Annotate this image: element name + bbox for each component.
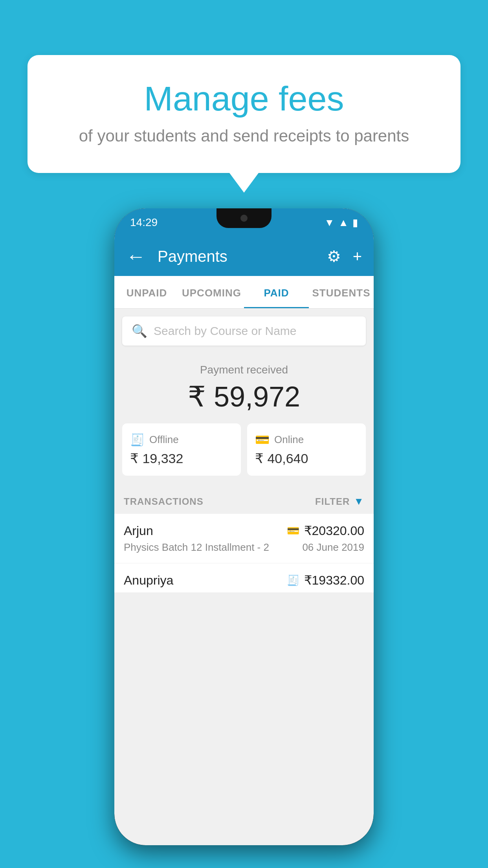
- transaction-amount-wrap-2: 🧾 ₹19332.00: [287, 573, 364, 588]
- tab-unpaid[interactable]: UNPAID: [114, 276, 179, 308]
- transaction-top-1: Arjun 💳 ₹20320.00: [124, 523, 364, 538]
- transaction-amount-2: ₹19332.00: [304, 573, 364, 588]
- manage-fees-subtitle: of your students and send receipts to pa…: [47, 127, 441, 145]
- add-button[interactable]: +: [353, 248, 362, 265]
- notch: [216, 208, 272, 228]
- offline-icon: 🧾: [130, 433, 145, 447]
- offline-payment-icon-2: 🧾: [287, 574, 299, 587]
- transactions-header: TRANSACTIONS FILTER ▼: [114, 486, 374, 514]
- offline-label: Offline: [149, 434, 179, 446]
- transactions-label: TRANSACTIONS: [124, 496, 204, 507]
- status-time: 14:29: [130, 216, 158, 229]
- offline-amount: ₹ 19,332: [130, 451, 233, 466]
- transaction-bottom-1: Physics Batch 12 Installment - 2 06 June…: [124, 541, 364, 554]
- transaction-row: Arjun 💳 ₹20320.00 Physics Batch 12 Insta…: [114, 514, 374, 563]
- tabs: UNPAID UPCOMING PAID STUDENTS: [114, 276, 374, 309]
- search-bar[interactable]: 🔍 Search by Course or Name: [122, 316, 366, 346]
- transaction-amount-wrap-1: 💳 ₹20320.00: [287, 523, 364, 538]
- phone-screen: 14:29 ▼ ▲ ▮ ← Payments ⚙ + UNPAID UPCOMI…: [114, 208, 374, 845]
- search-icon: 🔍: [132, 324, 147, 338]
- signal-icon: ▲: [338, 217, 349, 229]
- online-label: Online: [274, 434, 304, 446]
- online-amount: ₹ 40,640: [255, 451, 358, 466]
- transaction-amount-1: ₹20320.00: [304, 523, 364, 538]
- wifi-icon: ▼: [325, 217, 335, 229]
- filter-icon: ▼: [354, 495, 364, 508]
- speech-bubble: Manage fees of your students and send re…: [28, 55, 460, 173]
- transaction-name-1: Arjun: [124, 524, 153, 538]
- filter-button[interactable]: FILTER ▼: [315, 495, 364, 508]
- status-icons: ▼ ▲ ▮: [325, 217, 358, 229]
- filter-label: FILTER: [315, 496, 350, 507]
- battery-icon: ▮: [352, 217, 358, 229]
- payment-cards: 🧾 Offline ₹ 19,332 💳 Online ₹ 40,640: [122, 423, 366, 476]
- offline-card-header: 🧾 Offline: [130, 433, 233, 447]
- transaction-desc-1: Physics Batch 12 Installment - 2: [124, 541, 269, 554]
- online-icon: 💳: [255, 433, 270, 447]
- transaction-row-partial: Anupriya 🧾 ₹19332.00: [114, 563, 374, 592]
- transaction-name-2: Anupriya: [124, 573, 173, 588]
- status-bar: 14:29 ▼ ▲ ▮: [114, 208, 374, 237]
- payment-total-amount: ₹ 59,972: [122, 380, 366, 413]
- tab-students[interactable]: STUDENTS: [309, 276, 374, 308]
- tab-upcoming[interactable]: UPCOMING: [179, 276, 244, 308]
- payment-received-label: Payment received: [122, 364, 366, 376]
- transaction-date-1: 06 June 2019: [302, 541, 364, 554]
- camera-dot: [240, 215, 248, 222]
- app-title: Payments: [158, 248, 319, 265]
- app-bar-icons: ⚙ +: [327, 247, 362, 265]
- offline-card: 🧾 Offline ₹ 19,332: [122, 423, 241, 476]
- payment-summary: Payment received ₹ 59,972 🧾 Offline ₹ 19…: [114, 349, 374, 486]
- search-placeholder: Search by Course or Name: [154, 324, 297, 338]
- online-card: 💳 Online ₹ 40,640: [247, 423, 366, 476]
- settings-button[interactable]: ⚙: [327, 247, 341, 265]
- phone-frame: 14:29 ▼ ▲ ▮ ← Payments ⚙ + UNPAID UPCOMI…: [114, 208, 374, 845]
- online-card-header: 💳 Online: [255, 433, 358, 447]
- back-button[interactable]: ←: [126, 246, 146, 266]
- card-payment-icon-1: 💳: [287, 525, 299, 537]
- tab-paid[interactable]: PAID: [244, 276, 309, 308]
- manage-fees-title: Manage fees: [47, 79, 441, 119]
- app-bar: ← Payments ⚙ +: [114, 237, 374, 276]
